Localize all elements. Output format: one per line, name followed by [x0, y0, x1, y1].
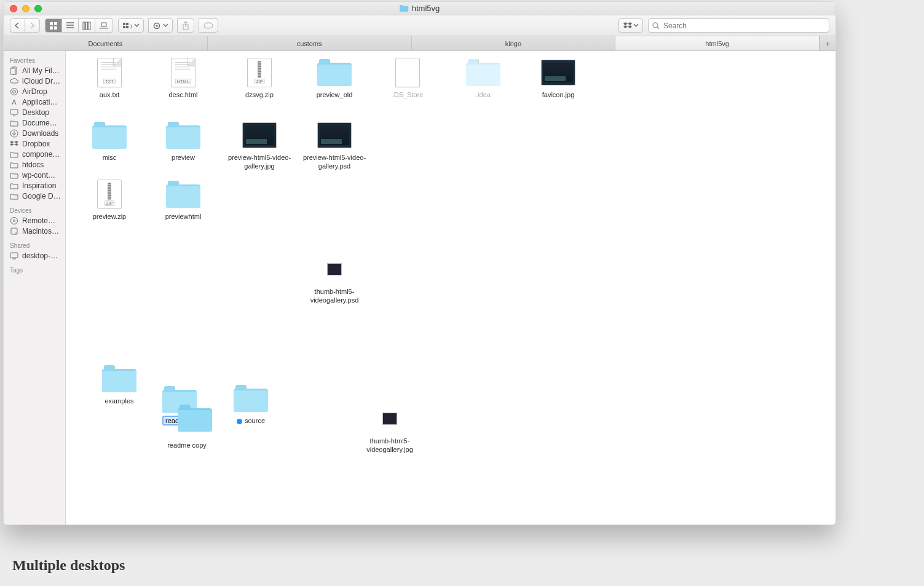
sidebar-item-label: All My Fil… [22, 66, 60, 75]
file-icon: readme [159, 383, 215, 438]
file-icon: ZIP [241, 57, 278, 88]
sidebar-item[interactable]: AApplicati… [4, 97, 65, 107]
svg-rect-12 [123, 26, 125, 28]
tab-customs[interactable]: customs [208, 36, 412, 50]
list-icon [66, 22, 74, 30]
tag-icon [203, 22, 213, 29]
sidebar-item[interactable]: compone… [4, 149, 65, 159]
sidebar-item[interactable]: Docume… [4, 117, 65, 128]
arrange-icon [123, 23, 133, 29]
svg-rect-2 [50, 22, 53, 25]
sidebar-item[interactable]: Macintos… [4, 226, 65, 236]
file-item[interactable]: misc [73, 120, 146, 163]
sidebar-item[interactable]: Desktop [4, 107, 65, 117]
sidebar-section-title: Devices [4, 206, 65, 215]
tags-button[interactable] [199, 18, 218, 33]
file-icon [91, 120, 128, 151]
file-label: .DS_Store [391, 90, 425, 100]
file-icon [316, 57, 353, 88]
file-item[interactable]: .DS_Store [371, 57, 444, 100]
file-item[interactable]: source [214, 383, 288, 426]
sidebar-item-label: compone… [22, 150, 60, 159]
file-area[interactable]: TXTaux.txtHTMLdesc.htmlZIPdzsvg.zipprevi… [66, 51, 835, 525]
maximize-button[interactable] [34, 5, 42, 12]
search-field[interactable] [648, 18, 829, 33]
view-coverflow-button[interactable] [95, 18, 113, 33]
close-button[interactable] [10, 5, 17, 12]
file-item[interactable]: favicon.jpg [521, 57, 595, 100]
svg-point-27 [14, 220, 15, 221]
svg-rect-5 [54, 26, 57, 30]
file-item[interactable]: ZIPpreview.zip [73, 179, 146, 222]
folder-icon [10, 150, 18, 159]
sidebar-item-label: Remote… [22, 216, 55, 225]
new-tab-button[interactable]: + [819, 36, 835, 50]
display-icon [10, 251, 18, 260]
file-item[interactable]: TXTaux.txt [73, 57, 146, 100]
minimize-button[interactable] [22, 5, 30, 12]
sidebar-item[interactable]: Dropbox [4, 138, 65, 149]
forward-button[interactable] [25, 18, 40, 33]
file-item[interactable]: thumb-html5-videogallery.psd [298, 254, 371, 306]
disc-icon [10, 216, 18, 225]
file-icon [241, 120, 278, 151]
file-item[interactable]: .idea [446, 57, 520, 100]
sidebar-item[interactable]: Inspiration [4, 180, 65, 191]
file-item[interactable]: preview-html5-video-gallery.jpg [223, 120, 296, 172]
coverflow-icon [100, 22, 108, 30]
window-title-text: html5vg [412, 4, 440, 13]
sidebar-item[interactable]: Remote… [4, 215, 65, 226]
svg-point-18 [653, 23, 658, 28]
file-label: preview-html5-video-gallery.jpg [226, 153, 293, 172]
file-icon: ZIP [91, 179, 128, 210]
view-columns-button[interactable] [78, 18, 95, 33]
action-button[interactable] [148, 18, 173, 33]
sidebar-item[interactable]: htdocs [4, 159, 65, 170]
folder-icon [10, 192, 18, 200]
all-files-icon [10, 66, 18, 75]
sidebar-item-label: Docume… [22, 119, 57, 127]
file-icon: TXT [91, 57, 128, 88]
toolbar [4, 15, 835, 36]
file-item[interactable]: readme readme copy [150, 383, 224, 451]
file-label: preview [170, 153, 196, 163]
folder-icon [10, 171, 18, 180]
view-icons-button[interactable] [45, 18, 62, 33]
svg-rect-10 [123, 23, 125, 25]
sidebar-item[interactable]: iCloud Dr… [4, 76, 65, 86]
file-label: preview.zip [92, 212, 127, 222]
sidebar-item[interactable]: Google D… [4, 191, 65, 201]
svg-point-15 [156, 25, 157, 26]
svg-point-26 [11, 217, 18, 224]
file-icon [540, 57, 577, 88]
tab-html5vg[interactable]: html5vg [615, 36, 819, 50]
tab-kingo[interactable]: kingo [412, 36, 616, 50]
file-item[interactable]: previewhtml [146, 179, 220, 222]
sidebar-item[interactable]: Downloads [4, 128, 65, 138]
sidebar-item-label: wp-cont… [22, 171, 55, 180]
arrange-button[interactable] [118, 18, 144, 33]
back-button[interactable] [10, 18, 25, 33]
search-input[interactable] [663, 22, 825, 30]
tab-documents[interactable]: Documents [4, 36, 208, 50]
file-item[interactable]: preview [146, 120, 220, 163]
file-item[interactable]: ZIPdzsvg.zip [223, 57, 296, 100]
dropbox-button[interactable] [618, 18, 643, 33]
file-item[interactable]: HTMLdesc.html [146, 57, 220, 100]
search-icon [652, 22, 660, 30]
gear-icon [153, 22, 162, 30]
file-item[interactable]: thumb-html5-videogallery.jpg [353, 403, 427, 455]
file-item[interactable]: preview-html5-video-gallery.psd [298, 120, 371, 172]
file-icon [316, 120, 353, 151]
file-icon [465, 57, 502, 88]
file-item[interactable]: examples [82, 363, 156, 406]
file-item[interactable]: preview_old [298, 57, 371, 100]
sidebar-item[interactable]: wp-cont… [4, 170, 65, 180]
view-list-button[interactable] [61, 18, 79, 33]
share-icon [182, 22, 189, 30]
share-button[interactable] [177, 18, 194, 33]
sidebar-item[interactable]: All My Fil… [4, 65, 65, 76]
sidebar-item[interactable]: desktop-… [4, 250, 65, 261]
svg-point-22 [13, 90, 16, 93]
sidebar-item[interactable]: AirDrop [4, 86, 65, 97]
